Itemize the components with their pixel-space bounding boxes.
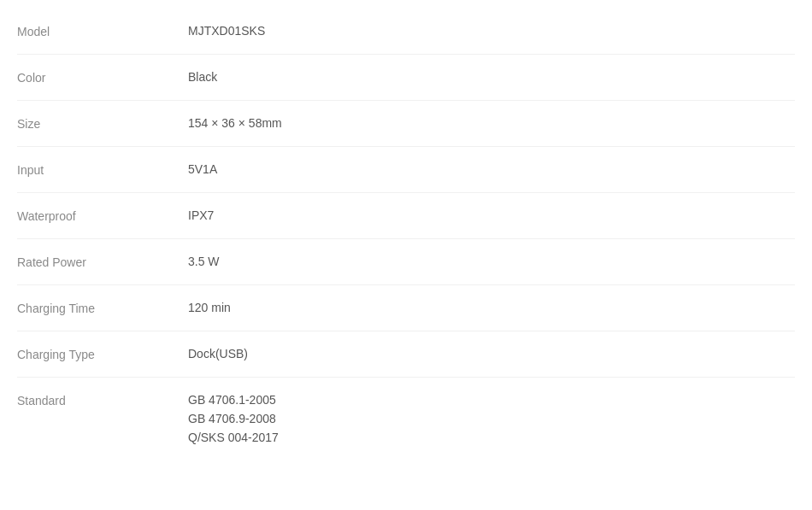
- spec-value-input: 5V1A: [188, 162, 795, 176]
- spec-label-color: Color: [17, 70, 188, 85]
- spec-label-standard: Standard: [17, 393, 188, 407]
- spec-row-model: ModelMJTXD01SKS: [17, 9, 795, 55]
- spec-row-charging-type: Charging TypeDock(USB): [17, 331, 795, 378]
- spec-row-input: Input5V1A: [17, 147, 795, 193]
- spec-row-rated-power: Rated Power3.5 W: [17, 239, 795, 285]
- spec-row-color: ColorBlack: [17, 55, 795, 101]
- spec-value-color: Black: [188, 70, 795, 84]
- spec-value-waterproof: IPX7: [188, 208, 795, 222]
- spec-value-line: GB 4706.9-2008: [188, 412, 795, 425]
- spec-value-charging-type: Dock(USB): [188, 347, 795, 361]
- spec-label-size: Size: [17, 116, 188, 131]
- spec-value-standard: GB 4706.1-2005GB 4706.9-2008Q/SKS 004-20…: [188, 393, 795, 444]
- spec-value-model: MJTXD01SKS: [188, 24, 795, 38]
- spec-label-charging-time: Charging Time: [17, 301, 188, 315]
- spec-label-charging-type: Charging Type: [17, 347, 188, 361]
- spec-label-input: Input: [17, 162, 188, 177]
- spec-value-size: 154 × 36 × 58mm: [188, 116, 795, 130]
- spec-row-charging-time: Charging Time120 min: [17, 285, 795, 331]
- spec-value-charging-time: 120 min: [188, 301, 795, 314]
- spec-label-rated-power: Rated Power: [17, 255, 188, 269]
- spec-label-model: Model: [17, 24, 188, 38]
- specs-table: ModelMJTXD01SKSColorBlackSize154 × 36 × …: [0, 0, 812, 468]
- spec-value-line: GB 4706.1-2005: [188, 393, 795, 407]
- spec-label-waterproof: Waterproof: [17, 208, 188, 223]
- spec-row-waterproof: WaterproofIPX7: [17, 193, 795, 239]
- spec-row-size: Size154 × 36 × 58mm: [17, 101, 795, 147]
- spec-value-line: Q/SKS 004-2017: [188, 431, 795, 444]
- spec-row-standard: StandardGB 4706.1-2005GB 4706.9-2008Q/SK…: [17, 378, 795, 460]
- spec-value-rated-power: 3.5 W: [188, 255, 795, 268]
